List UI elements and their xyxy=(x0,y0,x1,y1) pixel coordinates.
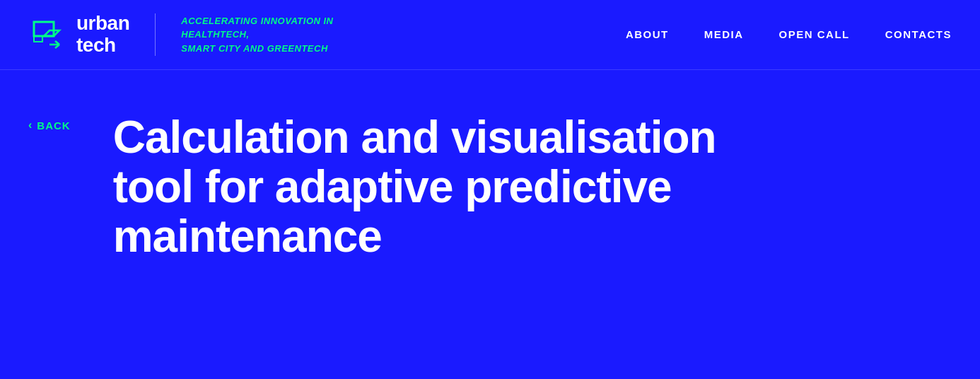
nav-about[interactable]: ABOUT xyxy=(626,28,669,40)
nav-media[interactable]: MEDIA xyxy=(704,28,744,40)
logo-area: urban tech ACCELERATING INNOVATION IN HE… xyxy=(28,13,334,57)
site-header: urban tech ACCELERATING INNOVATION IN HE… xyxy=(0,0,980,70)
logo-icon xyxy=(28,16,65,53)
back-chevron-icon: ‹ xyxy=(28,119,33,131)
nav-contacts[interactable]: CONTACTS xyxy=(885,28,952,40)
svg-rect-0 xyxy=(34,22,54,36)
back-label: BACK xyxy=(37,119,70,132)
main-nav: ABOUT MEDIA OPEN CALL CONTACTS xyxy=(626,28,952,40)
nav-open-call[interactable]: OPEN CALL xyxy=(779,28,850,40)
main-content: ‹ BACK Calculation and visualisation too… xyxy=(0,70,980,318)
logo-divider xyxy=(155,13,156,56)
tagline: ACCELERATING INNOVATION IN HEALTHTECH, S… xyxy=(181,14,333,56)
logo-text: urban tech xyxy=(76,13,129,57)
svg-marker-1 xyxy=(44,30,59,36)
page-title: Calculation and visualisation tool for a… xyxy=(113,112,749,262)
back-button[interactable]: ‹ BACK xyxy=(28,112,71,132)
